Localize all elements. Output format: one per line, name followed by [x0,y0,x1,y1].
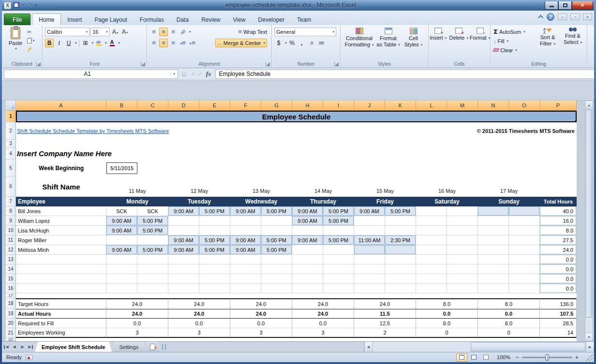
summary-value-cell[interactable]: 11.5 [354,309,416,319]
day-header-sunday[interactable]: Sunday [478,197,540,206]
total-hours-cell[interactable]: 27.5 [540,235,577,245]
blank-row[interactable] [16,140,577,147]
shift-cell[interactable] [447,226,478,235]
zoom-slider-thumb[interactable] [545,354,549,361]
shift-cell[interactable]: 9:00 AM [292,206,323,216]
help-button[interactable]: ? [547,13,554,21]
shift-cell[interactable] [447,274,478,284]
sort-filter-button[interactable]: AZ Sort & Filter▾ [535,25,560,59]
comma-style-button[interactable]: , [298,39,306,47]
horizontal-scrollbar[interactable]: ◀ ▶ [364,342,594,352]
shift-cell[interactable] [385,216,416,226]
shift-cell[interactable]: 5:00 PM [323,206,354,216]
summary-value-cell[interactable]: 24.0 [230,309,292,319]
number-dialog-launcher[interactable] [334,62,339,66]
shift-cell[interactable] [447,284,478,293]
conditional-formatting-button[interactable]: Conditional Formatting▾ [344,25,374,59]
shift-cell[interactable] [323,226,354,235]
shrink-font-button[interactable]: A▾ [120,28,129,36]
shift-cell[interactable] [447,235,478,245]
decrease-decimal-button[interactable]: .00 [317,39,326,47]
shift-cell[interactable] [292,264,323,274]
font-size-combo[interactable]: 16▾ [90,28,110,36]
vertical-scrollbar-thumb[interactable] [586,110,592,318]
summary-value-cell[interactable]: 3 [292,328,354,338]
zoom-slider[interactable] [522,357,572,358]
ribbon-tab-developer[interactable]: Developer [252,14,291,25]
shift-cell[interactable] [478,216,509,226]
zoom-in-button[interactable]: + [574,354,580,360]
workbook-close-button[interactable]: × [583,14,592,20]
shift-cell[interactable]: 5:00 PM [323,235,354,245]
name-box-dropdown[interactable]: ▾ [170,72,178,76]
shift-cell[interactable]: 5:00 PM [261,206,292,216]
shift-cell[interactable]: 9:00 AM [106,216,137,226]
column-header-m[interactable]: M [447,101,478,111]
row-header-15[interactable]: 15 [6,274,16,284]
scroll-right-button[interactable]: ▶ [586,342,594,352]
last-sheet-button[interactable]: ▶ [27,342,35,352]
column-header-p[interactable]: P [540,101,577,111]
ribbon-tab-view[interactable]: View [227,14,252,25]
day-header-monday[interactable]: Monday [106,197,168,206]
shift-cell[interactable] [261,264,292,274]
shift-cell[interactable]: 9:00 AM [230,206,261,216]
find-select-button[interactable]: Find & Select▾ [560,25,585,59]
summary-value-cell[interactable]: 8.0 [478,298,540,309]
column-header-g[interactable]: G [261,101,292,111]
align-top-button[interactable]: ≡ [149,28,158,36]
shift-cell[interactable] [230,226,261,235]
row-header-21[interactable]: 21 [6,328,16,338]
shift-cell[interactable] [168,226,199,235]
clipboard-dialog-launcher[interactable] [36,62,41,66]
sheet-tab-employee-shift-schedule[interactable]: Employee Shift Schedule [35,342,112,352]
summary-value-cell[interactable]: 2 [354,328,416,338]
summary-value-cell[interactable]: 0.0 [230,319,292,328]
cut-button[interactable]: ✂ [27,28,35,36]
shift-cell[interactable] [509,235,540,245]
format-painter-button[interactable] [27,45,35,53]
summary-value-cell[interactable]: 24.0 [292,309,354,319]
autosum-button[interactable]: ΣAutoSum▾ [493,27,525,36]
number-format-combo[interactable]: General▾ [274,28,336,36]
shift-cell[interactable]: 2:30 PM [385,235,416,245]
shift-cell[interactable] [447,216,478,226]
shift-cell[interactable]: 11:00 AM [354,235,385,245]
shift-cell[interactable] [354,274,385,284]
row-header-6[interactable]: 6 [6,176,16,197]
summary-total-cell[interactable]: 136.0 [540,298,577,309]
total-hours-cell[interactable]: 0.0 [540,264,577,274]
excel-app-icon[interactable]: X [4,2,11,9]
format-as-table-button[interactable]: Format as Table▾ [375,25,402,59]
redo-button[interactable]: ↷ [28,2,33,8]
shift-cell[interactable] [323,255,354,264]
grow-font-button[interactable]: A▴ [111,28,119,36]
summary-value-cell[interactable]: 0 [478,328,540,338]
row-header-9[interactable]: 9 [6,216,16,226]
vertical-scrollbar[interactable]: ▲ ▼ [585,101,593,341]
horizontal-scrollbar-track[interactable] [372,342,586,352]
shift-cell[interactable] [447,206,478,216]
summary-value-cell[interactable]: 24.0 [354,298,416,309]
week-beginning-cell[interactable]: 5/11/2015 [106,160,137,176]
insert-worksheet-button[interactable] [146,342,159,352]
day-header-saturday[interactable]: Saturday [416,197,478,206]
shift-cell[interactable] [230,284,261,293]
ribbon-tab-data[interactable]: Data [170,14,195,25]
next-sheet-button[interactable]: ▶ [18,342,27,352]
shift-cell[interactable] [137,235,168,245]
shift-cell[interactable] [106,255,137,264]
shift-cell[interactable] [168,216,199,226]
shift-cell[interactable] [509,255,540,264]
row-header-12[interactable]: 12 [6,245,16,255]
shift-cell[interactable] [292,284,323,293]
shift-cell[interactable] [292,255,323,264]
shift-cell[interactable] [354,264,385,274]
workbook-restore-button[interactable]: ▫ [570,14,580,20]
shift-cell[interactable] [137,255,168,264]
previous-sheet-button[interactable]: ◀ [10,342,18,352]
italic-button[interactable]: I [55,39,63,47]
total-hours-cell[interactable]: 0.0 [540,284,577,293]
paste-button[interactable]: Paste ▾ [5,27,26,59]
formula-input[interactable]: Employee Schedule [215,70,595,79]
